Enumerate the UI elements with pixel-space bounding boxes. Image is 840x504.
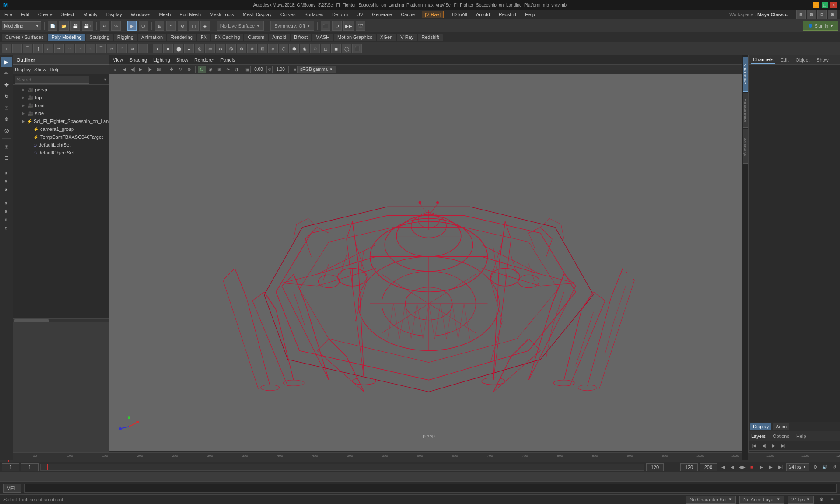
tool-3d-7[interactable]: ⋈ [216, 44, 225, 53]
render-button[interactable]: 🎬 [356, 21, 365, 31]
snap-grid-button[interactable]: ⊞ [155, 21, 164, 31]
mode-dropdown[interactable]: Modeling ▼ [2, 21, 41, 30]
next-frame-button[interactable]: ▶ [767, 463, 775, 471]
current-frame-input[interactable] [21, 463, 38, 471]
snap-view-button[interactable]: ◈ [200, 21, 210, 31]
tab-rigging[interactable]: Rigging [114, 34, 137, 41]
tool-3d-11[interactable]: ⊞ [258, 44, 267, 53]
vp-texture-button[interactable]: ⊞ [215, 66, 223, 74]
sphere-tool[interactable]: ● [153, 44, 162, 53]
outliner-scrollbar[interactable] [13, 318, 109, 322]
outliner-item-front[interactable]: ▶ 🎥 front [13, 102, 109, 109]
outliner-item-camera1-group[interactable]: ⚡ camera1_group [13, 125, 109, 133]
tab-motion-graphics[interactable]: Motion Graphics [334, 34, 376, 41]
save-as-button[interactable]: 💾+ [82, 21, 93, 31]
tool-snap-left[interactable]: ⊟ [1, 153, 12, 163]
rotate-tool-left[interactable]: ↻ [1, 91, 12, 102]
arc-tool[interactable]: ⌒ [23, 44, 32, 53]
circle-tool[interactable]: ○ [2, 44, 11, 53]
snap-curve-button[interactable]: ~ [166, 21, 176, 31]
menu-help[interactable]: Help [523, 11, 537, 18]
outliner-item-persp[interactable]: ▶ 🎥 persp [13, 86, 109, 94]
menu-redshift[interactable]: Redshift [497, 11, 518, 18]
menu-generate[interactable]: Generate [370, 11, 394, 18]
no-live-surface[interactable]: No Live Surface ▼ [217, 21, 264, 31]
universal-tool-left[interactable]: ⊕ [1, 114, 12, 124]
playback-end-input[interactable] [646, 463, 664, 471]
tool-3d-19[interactable]: ◯ [342, 44, 351, 53]
tool-3d-18[interactable]: ◼ [331, 44, 341, 53]
outliner-item-objectset[interactable]: ⊙ defaultObjectSet [13, 149, 109, 157]
tool-8[interactable]: ⌢ [75, 44, 85, 53]
tool-14[interactable]: ∟ [138, 44, 148, 53]
curve-tool[interactable]: ∫ [33, 44, 43, 53]
open-scene-button[interactable]: 📂 [59, 21, 69, 31]
render-settings-button[interactable]: ⚙ [332, 21, 342, 31]
undo-button[interactable]: ↩ [100, 21, 109, 31]
vp-camera4-button[interactable]: |▶ [146, 66, 154, 74]
panel-tab-attr-editor[interactable]: Attribute Editor [743, 93, 748, 128]
viewport[interactable]: View Shading Lighting Show Renderer Pane… [109, 55, 748, 460]
channels-show-tab[interactable]: Show [815, 56, 830, 63]
outliner-search-input[interactable] [15, 76, 89, 84]
timeline[interactable]: 0501001502002503003504004505005506006507… [0, 452, 840, 462]
play-forward-button[interactable]: ▶ [757, 463, 765, 471]
tab-vray[interactable]: V-Ray [397, 34, 417, 41]
vp-coord-input[interactable] [250, 66, 267, 73]
bezier-tool[interactable]: ℮ [44, 44, 53, 53]
no-character-set[interactable]: No Character Set ▼ [686, 496, 736, 504]
tool-3d-16[interactable]: ⊙ [310, 44, 320, 53]
layer-next-button[interactable]: ▶| [779, 442, 787, 450]
tab-poly-modeling[interactable]: Poly Modeling [48, 34, 85, 41]
tool-3d-15[interactable]: ◉ [300, 44, 309, 53]
display-tab[interactable]: Display [750, 423, 771, 430]
pencil-tool[interactable]: ✏ [54, 44, 64, 53]
tab-fx[interactable]: FX [197, 34, 210, 41]
vp-gamma-dropdown[interactable]: sRGB gamma ▼ [297, 66, 336, 74]
tool-3d-13[interactable]: ⬡ [279, 44, 288, 53]
menu-vray[interactable]: [V-Ray] [422, 10, 444, 18]
audio-button[interactable]: 🔊 [821, 463, 829, 471]
outliner-item-top[interactable]: ▶ 🎥 top [13, 94, 109, 102]
menu-edit-mesh[interactable]: Edit Mesh [178, 11, 203, 18]
status-settings-button[interactable]: ⚙ [817, 496, 825, 504]
options-tab[interactable]: Options [773, 434, 789, 439]
menu-edit[interactable]: Edit [19, 11, 31, 18]
no-anim-layer[interactable]: No Anim Layer ▼ [739, 496, 784, 504]
vp-camera2-button[interactable]: ◀| [129, 66, 136, 74]
minimize-button[interactable]: ─ [813, 2, 819, 8]
vp-shadow-button[interactable]: ◑ [233, 66, 241, 74]
maximize-button[interactable]: □ [822, 2, 828, 8]
vp-camera3-button[interactable]: ▶| [137, 66, 145, 74]
close-button[interactable]: ✕ [830, 2, 836, 8]
vp-scale-button[interactable]: ⊕ [185, 66, 193, 74]
tab-custom[interactable]: Custom [244, 34, 268, 41]
outliner-help-menu[interactable]: Help [50, 67, 60, 72]
channels-edit-tab[interactable]: Edit [778, 56, 790, 63]
menu-display[interactable]: Display [105, 11, 124, 18]
fps-status[interactable]: 24 fps ▼ [788, 496, 814, 504]
start-frame-input[interactable] [2, 463, 19, 471]
playback-settings-button[interactable]: ⚙ [811, 463, 819, 471]
tool-3d-8[interactable]: ⌬ [226, 44, 236, 53]
outliner-item-tempcam[interactable]: ⚡ TempCamFBXASC046Target [13, 133, 109, 141]
tab-animation[interactable]: Animation [138, 34, 166, 41]
render-region-button[interactable]: ⬛ [321, 21, 330, 31]
channels-object-tab[interactable]: Object [794, 56, 811, 63]
channels-tab[interactable]: Channels [751, 56, 775, 64]
vp-menu-lighting[interactable]: Lighting [151, 56, 172, 63]
soft-select-left[interactable]: ◎ [1, 125, 12, 136]
menu-deform[interactable]: Deform [330, 11, 350, 18]
vp-rotate-button[interactable]: ↻ [176, 66, 184, 74]
tab-fx-caching[interactable]: FX Caching [211, 34, 243, 41]
menu-modify[interactable]: Modify [81, 11, 99, 18]
outliner-display-menu[interactable]: Display [15, 67, 31, 72]
workspace-btn3[interactable]: ⊡ [817, 10, 827, 19]
vp-menu-panels[interactable]: Panels [219, 56, 237, 63]
stop-button[interactable]: ■ [748, 463, 756, 471]
display-7[interactable]: ⊡ [1, 224, 12, 232]
workspace-btn1[interactable]: ⊞ [796, 10, 806, 19]
vp-menu-renderer[interactable]: Renderer [192, 56, 216, 63]
display-5[interactable]: ⊟ [1, 207, 12, 215]
range-start-input[interactable] [680, 463, 698, 471]
